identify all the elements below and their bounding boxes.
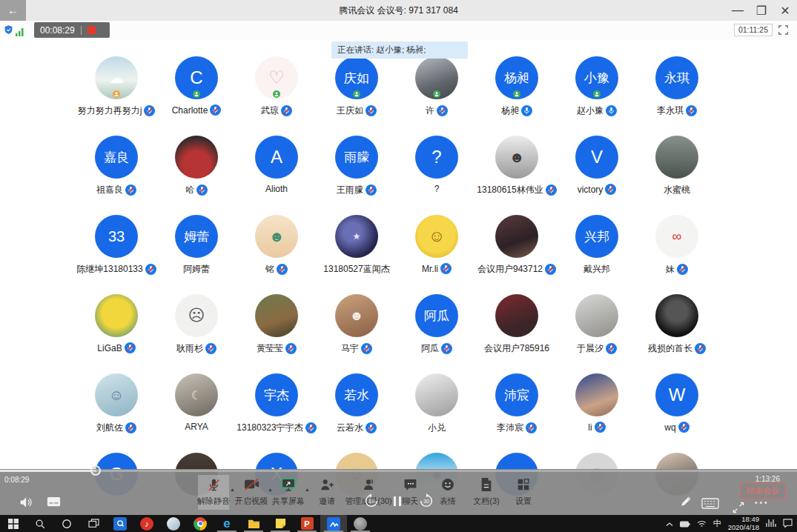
taskbar-search-icon[interactable] [27,515,53,532]
participant-tile[interactable]: ☻ 铭 [237,215,317,294]
participant-tile[interactable]: 兴邦 戴兴邦 [557,215,637,294]
player-duration: 1:13:26 [755,475,780,483]
pause-button[interactable] [394,496,401,506]
participant-tile[interactable]: ☻ 马宇 [317,294,397,373]
participant-tile[interactable]: ★ 13180527蓝闻杰 [317,215,397,294]
taskbar-blue-browser-app-icon[interactable] [107,515,133,532]
participant-tile[interactable]: W wq [637,373,717,453]
participant-tile[interactable]: 黄莹莹 [237,294,317,373]
taskbar-netease-music-icon[interactable]: ♪ [133,515,160,532]
participant-tile[interactable]: 若水 云若水 [317,373,397,453]
tray-chevron-up-icon[interactable] [666,517,673,531]
participant-tile[interactable]: ♡ 武琼 [237,56,317,136]
taskbar-windows-start-icon[interactable] [0,515,27,532]
keyboard-icon[interactable] [701,498,719,509]
taskbar-clock[interactable]: 18:49 2020/4/18 [728,516,759,532]
participant-tile[interactable]: 残损的首长 [637,294,717,373]
participant-tile[interactable]: 于晨汐 [557,294,637,373]
participant-tile[interactable]: li [557,373,637,453]
member-badge-icon [193,87,200,101]
participant-tile[interactable]: A Alioth [237,136,317,215]
participant-tile[interactable]: 沛宸 李沛宸 [477,373,557,453]
participant-tile[interactable]: V victory [557,136,637,215]
toolbar-settings-button[interactable]: 设置 [492,477,555,507]
volume-icon[interactable] [19,496,34,509]
ime-indicator[interactable]: 中 [713,518,721,529]
participant-tile[interactable]: 许 [397,56,477,136]
mic-muted-icon [366,422,377,433]
taskbar-file-explorer-icon[interactable] [240,515,267,532]
taskbar-chrome-icon[interactable] [187,515,214,532]
share-options-arrow[interactable]: ▲ [305,487,310,492]
participant-tile[interactable]: ☾ ARYA [156,373,237,453]
taskbar-gray-circle-app-icon[interactable] [347,515,374,532]
participant-tile[interactable]: 会议用户785916 [477,294,557,373]
end-meeting-button[interactable]: 结束会议 [741,483,785,499]
forward-30-button[interactable]: 30 [418,493,434,509]
avatar [95,294,138,337]
participant-tile[interactable]: ∞ 妹 [637,215,717,294]
restore-button[interactable]: ❐ [750,0,773,21]
participant-tile[interactable]: 宇杰 13180323宁宇杰 [237,373,317,453]
network-shield-icon [4,24,13,38]
taskbar-sticky-notes-icon[interactable] [267,515,294,532]
mic-muted-icon [605,184,616,195]
mic-options-arrow[interactable]: ▲ [230,487,235,492]
avatar: 阿瓜 [415,294,458,337]
progress-track[interactable] [0,470,797,472]
minimize-button[interactable]: — [726,0,750,21]
participant-name: 王雨朦 [337,184,363,196]
video-options-arrow[interactable]: ▲ [268,487,273,492]
taskbar-edge-icon[interactable]: e [214,515,240,532]
taskbar-cortana-icon[interactable] [53,515,80,532]
participant-tile[interactable]: 会议用户943712 [477,215,557,294]
battery-icon[interactable] [680,517,690,531]
participant-tile[interactable]: 雨朦 王雨朦 [317,136,397,215]
taskbar-white-circle-app-icon[interactable] [160,515,187,532]
wifi-icon[interactable] [697,517,707,531]
participant-tile[interactable]: 永琪 李永琪 [637,56,717,136]
avatar: 嘉良 [95,136,138,179]
participant-tile[interactable]: ? ? [397,136,477,215]
participant-tile[interactable]: 水蜜桃 [637,136,717,215]
taskbar-task-view-icon[interactable] [80,515,107,532]
stop-recording-button[interactable] [87,26,96,34]
participant-tile[interactable]: ☁ 努力努力再努力j [76,56,156,136]
participant-tile[interactable]: 嘉良 祖嘉良 [76,136,156,215]
member-badge-icon [433,87,440,101]
participant-tile[interactable]: 庆如 王庆如 [317,56,397,136]
participant-tile[interactable]: C Charlotte [156,56,237,136]
participant-tile[interactable]: LiGaB [76,294,156,373]
participant-tile[interactable]: ☹ 耿雨杉 [156,294,237,373]
participant-tile[interactable]: 杨昶 杨昶 [477,56,557,136]
participant-tile[interactable]: 姆蕾 阿姆蕾 [156,215,237,294]
participant-tile[interactable]: 阿瓜 阿瓜 [397,294,477,373]
more-options-dots[interactable]: ••• [755,499,770,507]
taskbar-powerpoint-icon[interactable]: P [294,515,320,532]
mic-muted-icon [125,342,136,353]
mic-muted-icon [677,264,688,275]
annotate-pencil-icon[interactable] [679,494,693,508]
participant-tile[interactable]: ☺ Mr.li [397,215,477,294]
exit-fullscreen-icon[interactable] [731,500,746,515]
participant-tile[interactable]: ☺ 刘航佐 [76,373,156,453]
fullscreen-icon[interactable] [778,24,788,38]
action-center-icon[interactable] [783,517,793,531]
subtitle-icon[interactable] [47,496,61,508]
progress-played [0,470,96,472]
participant-name: 会议用户785916 [484,342,549,355]
mic-muted-icon [678,422,689,433]
close-button[interactable]: ✕ [773,0,797,21]
taskbar-tencent-meeting-icon[interactable] [320,515,347,532]
participant-name: 13180615林伟业 [477,184,543,196]
participant-tile[interactable]: 小兑 [397,373,477,453]
participant-tile[interactable]: 小豫 赵小豫 [557,56,637,136]
rewind-10-button[interactable]: 10 [363,493,380,509]
meter-icon[interactable] [766,517,776,531]
participant-name: Charlotte [172,105,208,116]
participant-tile[interactable]: ☻ 13180615林伟业 [477,136,557,215]
participant-tile[interactable]: 哈 [156,136,237,215]
participant-tile[interactable]: 33 陈继坤13180133 [76,215,156,294]
progress-handle[interactable] [90,465,101,476]
role-badge-green [353,90,360,98]
